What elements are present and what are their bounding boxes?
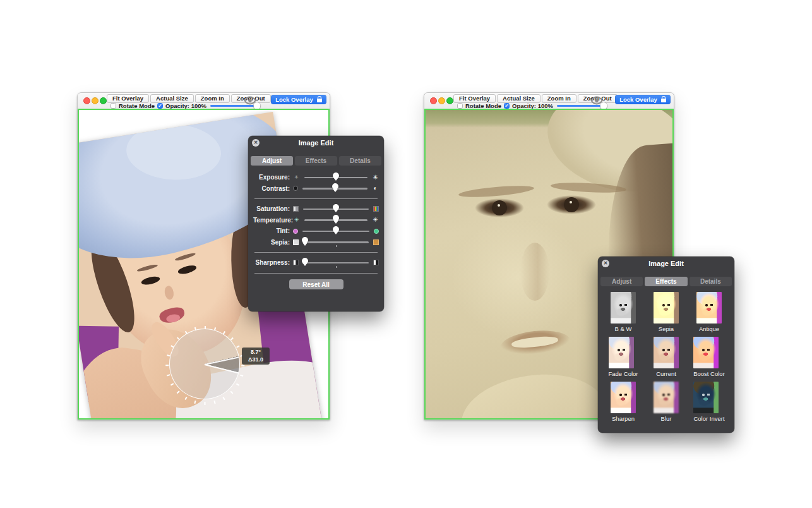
fullscreen-window-button[interactable] — [446, 97, 453, 104]
photo-eyebrow — [458, 184, 535, 199]
slider-label: Tint: — [253, 227, 290, 234]
slider-thumb[interactable] — [302, 237, 308, 243]
minimize-window-button[interactable] — [438, 97, 445, 104]
slider-label: Contrast: — [253, 185, 290, 192]
square-soft-icon — [293, 260, 299, 265]
photo-pupil — [492, 200, 507, 215]
effect-current[interactable]: Current — [654, 337, 679, 377]
slider-track[interactable] — [303, 238, 369, 246]
effect-sharpen[interactable]: Sharpen — [611, 382, 636, 422]
rotate-mode-checkbox[interactable]: ✓ — [110, 103, 116, 109]
effect-thumbnail[interactable] — [611, 382, 636, 413]
photo-eye-highlight — [498, 204, 500, 207]
photo-nose — [520, 243, 549, 301]
tab-details[interactable]: Details — [690, 277, 732, 286]
circle-magenta-icon — [293, 229, 298, 234]
dial-tick — [205, 402, 206, 405]
panel-header: ✕ Image Edit — [248, 136, 384, 150]
image-edit-panel-effects: ✕ Image Edit AdjustEffectsDetails B & WS… — [598, 257, 734, 433]
slider-thumb[interactable] — [333, 204, 339, 210]
lock-icon — [317, 99, 322, 102]
slider-row-sepia: Sepia: — [253, 237, 379, 248]
effect-thumbnail[interactable] — [654, 382, 679, 413]
effect-invert[interactable]: Color Invert — [693, 382, 724, 422]
opacity-checkbox[interactable]: ✓ — [504, 103, 510, 109]
toolbar-button-fit-overlay[interactable]: Fit Overlay — [453, 94, 496, 103]
reset-all-button[interactable]: Reset All — [289, 279, 343, 289]
effect-thumbnail[interactable] — [693, 337, 719, 368]
slider-thumb[interactable] — [302, 258, 308, 264]
opacity-slider[interactable] — [557, 105, 607, 107]
effect-boost[interactable]: Boost Color — [693, 337, 725, 377]
minimize-window-button[interactable] — [92, 97, 99, 104]
dial-tick — [205, 326, 206, 329]
tab-adjust[interactable]: Adjust — [251, 156, 293, 166]
photo-hand — [456, 366, 611, 418]
lock-overlay-label: Lock Overlay — [619, 96, 657, 103]
slider-thumb[interactable] — [333, 215, 339, 221]
rotation-delta-value: Δ31.0 — [245, 356, 266, 364]
tab-adjust[interactable]: Adjust — [600, 277, 643, 286]
toolbar-button-actual-size[interactable]: Actual Size — [150, 94, 194, 103]
slider-track[interactable] — [303, 258, 369, 267]
eye-icon[interactable] — [243, 96, 257, 105]
effect-thumbnail[interactable] — [654, 292, 679, 324]
effect-antique[interactable]: Antique — [696, 292, 722, 332]
slider-thumb[interactable] — [332, 183, 338, 190]
lock-overlay-button[interactable]: Lock Overlay — [615, 95, 671, 104]
effect-label: Fade Color — [609, 370, 638, 377]
effect-bw[interactable]: B & W — [611, 292, 636, 332]
rotate-mode-checkbox[interactable]: ✓ — [457, 103, 463, 109]
fullscreen-window-button[interactable] — [100, 97, 107, 104]
close-window-button[interactable] — [83, 97, 90, 104]
slider-thumb[interactable] — [333, 226, 339, 233]
rotation-dial[interactable] — [169, 329, 240, 399]
square-white-icon — [293, 239, 299, 245]
effect-thumbnail[interactable] — [693, 382, 719, 413]
effect-fade[interactable]: Fade Color — [609, 337, 638, 377]
effect-label: Color Invert — [693, 415, 724, 422]
toolbar-button-zoom-in[interactable]: Zoom In — [542, 94, 576, 103]
check-icon: ✓ — [505, 104, 508, 109]
effect-label: Antique — [696, 325, 722, 332]
slider-track[interactable] — [303, 205, 369, 214]
slider-track[interactable] — [304, 173, 367, 182]
close-window-button[interactable] — [430, 97, 437, 104]
tab-effects[interactable]: Effects — [295, 156, 337, 166]
check-icon: ✓ — [158, 104, 162, 109]
toolbar-button-zoom-in[interactable]: Zoom In — [195, 94, 230, 103]
slider-row-sharpness: Sharpness: — [253, 257, 379, 269]
effect-label: Boost Color — [693, 370, 725, 377]
slider-row-temperature: Temperature: — [253, 215, 379, 226]
tab-details[interactable]: Details — [339, 156, 381, 166]
slider-track[interactable] — [302, 227, 369, 236]
toolbar-button-actual-size[interactable]: Actual Size — [497, 94, 540, 103]
star-dim-icon — [293, 174, 300, 181]
slider-track[interactable] — [304, 215, 367, 224]
dial-tick — [241, 365, 244, 366]
effect-thumbnail[interactable] — [609, 337, 634, 368]
effects-grid: B & WSepiaAntiqueFade ColorCurrentBoost … — [598, 286, 734, 422]
slider-thumb[interactable] — [333, 172, 339, 179]
panel-title: Image Edit — [598, 260, 734, 267]
opacity-checkbox[interactable]: ✓ — [157, 103, 163, 109]
slider-label: Sharpness: — [253, 259, 290, 266]
lock-overlay-button[interactable]: Lock Overlay — [271, 95, 326, 104]
panel-title: Image Edit — [248, 139, 384, 147]
slider-label: Exposure: — [253, 174, 290, 181]
lock-overlay-label: Lock Overlay — [275, 96, 313, 103]
effect-thumbnail[interactable] — [654, 337, 679, 368]
effect-sepia[interactable]: Sepia — [654, 292, 679, 332]
effect-blur[interactable]: Blur — [654, 382, 679, 422]
effect-label: Blur — [654, 415, 679, 422]
effect-thumbnail[interactable] — [611, 292, 636, 324]
tab-effects[interactable]: Effects — [645, 277, 687, 286]
effect-label: Sharpen — [611, 415, 636, 422]
opacity-slider[interactable] — [210, 105, 261, 107]
effect-thumbnail[interactable] — [696, 292, 722, 324]
eye-icon[interactable] — [590, 96, 604, 105]
rotation-angle-tooltip: 8.7° Δ31.0 — [242, 348, 270, 365]
toolbar-button-fit-overlay[interactable]: Fit Overlay — [107, 94, 149, 103]
slider-track[interactable] — [302, 184, 367, 193]
image-edit-panel-adjust: ✕ Image Edit AdjustEffectsDetails Exposu… — [248, 136, 384, 311]
